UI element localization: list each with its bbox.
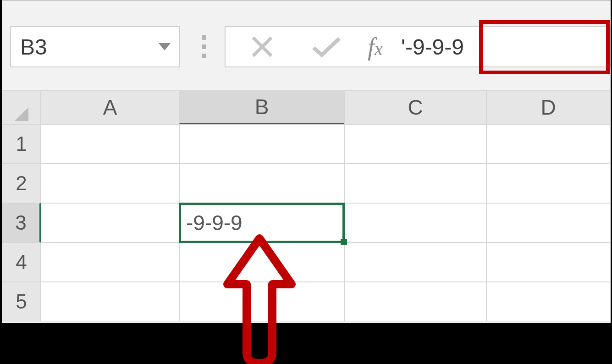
row-header-1[interactable]: 1 <box>2 124 41 164</box>
fx-icon[interactable]: fx <box>358 33 392 61</box>
column-header-A[interactable]: A <box>41 90 179 124</box>
spreadsheet-grid[interactable]: A B C D 1 2 3 <box>2 90 611 321</box>
formula-input[interactable]: '-9-9-9 <box>392 27 610 66</box>
cell-B1[interactable] <box>179 124 344 164</box>
row-header-3[interactable]: 3 <box>2 203 41 243</box>
fill-handle[interactable] <box>341 239 347 245</box>
spreadsheet-panel: B3 <box>2 0 611 323</box>
cell-D2[interactable] <box>486 164 610 203</box>
x-icon <box>250 35 274 59</box>
cell-B5[interactable] <box>179 282 344 321</box>
svg-marker-3 <box>15 107 28 121</box>
svg-marker-0 <box>159 43 171 50</box>
cell-B2[interactable] <box>179 164 344 203</box>
cell-A4[interactable] <box>41 243 179 282</box>
cell-A3[interactable] <box>41 203 179 243</box>
row-5: 5 <box>2 282 611 321</box>
enter-button[interactable] <box>294 27 358 66</box>
cell-D1[interactable] <box>486 124 610 164</box>
column-header-D[interactable]: D <box>486 90 610 124</box>
cell-C2[interactable] <box>344 164 486 203</box>
cell-B3-value: -9-9-9 <box>186 210 243 235</box>
check-icon <box>312 36 341 58</box>
column-header-B[interactable]: B <box>179 90 344 124</box>
row-2: 2 <box>2 164 611 203</box>
name-box[interactable]: B3 <box>10 26 180 67</box>
cell-B4[interactable] <box>179 243 344 282</box>
cell-C5[interactable] <box>344 282 486 321</box>
cell-A2[interactable] <box>41 164 179 203</box>
row-3: 3 -9-9-9 <box>2 203 611 243</box>
select-all-corner[interactable] <box>2 90 41 124</box>
row-4: 4 <box>2 243 611 282</box>
cancel-button[interactable] <box>230 27 294 66</box>
cell-A1[interactable] <box>41 124 179 164</box>
cell-C3[interactable] <box>344 203 486 243</box>
row-header-5[interactable]: 5 <box>2 282 41 321</box>
column-header-C[interactable]: C <box>344 90 486 124</box>
cell-C4[interactable] <box>344 243 486 282</box>
cell-D4[interactable] <box>486 243 610 282</box>
menu-icon[interactable] <box>197 35 211 58</box>
name-box-value: B3 <box>20 34 47 60</box>
app-frame: B3 <box>0 0 612 364</box>
chevron-down-icon[interactable] <box>159 43 171 50</box>
column-header-row: A B C D <box>2 90 611 124</box>
cell-D3[interactable] <box>486 203 610 243</box>
cell-B3[interactable]: -9-9-9 <box>179 203 344 243</box>
cell-A5[interactable] <box>41 282 179 321</box>
cell-C1[interactable] <box>344 124 486 164</box>
row-header-2[interactable]: 2 <box>2 164 41 203</box>
formula-bar-group: fx '-9-9-9 <box>225 26 611 67</box>
formula-bar: B3 <box>2 15 611 79</box>
formula-value: '-9-9-9 <box>401 34 464 60</box>
row-header-4[interactable]: 4 <box>2 243 41 282</box>
row-1: 1 <box>2 124 611 164</box>
cell-D5[interactable] <box>486 282 610 321</box>
